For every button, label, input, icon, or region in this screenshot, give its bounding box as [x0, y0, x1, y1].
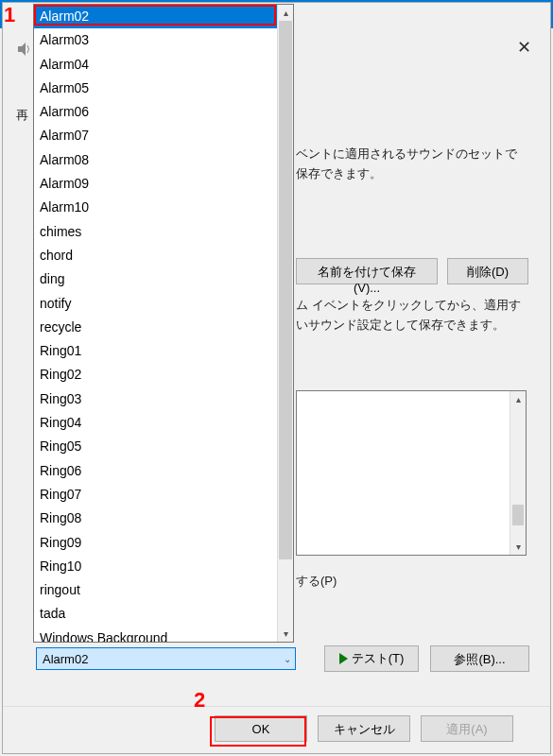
dropdown-item[interactable]: recycle	[34, 316, 277, 339]
dropdown-item[interactable]: Ring04	[34, 411, 277, 435]
delete-button[interactable]: 削除(D)	[447, 258, 528, 284]
apply-button[interactable]: 適用(A)	[421, 715, 513, 742]
dropdown-item[interactable]: Alarm02	[34, 5, 277, 28]
ok-button[interactable]: OK	[215, 715, 307, 742]
dropdown-item[interactable]: notify	[34, 292, 277, 316]
dropdown-item[interactable]: Ring08	[34, 507, 277, 530]
dropdown-item[interactable]: ding	[34, 267, 277, 291]
scroll-up-icon[interactable]: ▴	[278, 5, 293, 21]
listbox-scrollbar[interactable]: ▴ ▾	[510, 391, 526, 555]
dropdown-item[interactable]: Alarm10	[34, 196, 277, 219]
scroll-down-icon[interactable]: ▾	[278, 626, 293, 642]
browse-button[interactable]: 参照(B)...	[430, 645, 529, 672]
scroll-up-icon[interactable]: ▴	[510, 391, 527, 407]
dropdown-item[interactable]: Alarm08	[34, 148, 277, 172]
dropdown-item[interactable]: Windows Background	[34, 627, 277, 642]
checkbox-label-fragment: する(P)	[296, 573, 337, 590]
dropdown-item[interactable]: Alarm05	[34, 77, 277, 100]
save-as-button[interactable]: 名前を付けて保存(V)...	[296, 258, 438, 284]
speaker-icon	[16, 41, 33, 58]
dropdown-item[interactable]: Ring05	[34, 435, 277, 458]
dropdown-item[interactable]: chord	[34, 244, 277, 267]
dropdown-list[interactable]: Alarm02Alarm03Alarm04Alarm05Alarm06Alarm…	[34, 5, 277, 642]
dropdown-item[interactable]: Ring03	[34, 387, 277, 411]
combo-value: Alarm02	[43, 652, 88, 666]
dropdown-item[interactable]: Ring02	[34, 363, 277, 387]
description-text-1: ベントに適用されるサウンドのセットで 保存できます。	[296, 145, 527, 184]
desc-line: いサウンド設定として保存できます。	[296, 318, 505, 332]
test-button[interactable]: テスト(T)	[324, 645, 419, 672]
sound-dropdown[interactable]: Alarm02Alarm03Alarm04Alarm05Alarm06Alarm…	[33, 4, 294, 643]
dropdown-item[interactable]: Ring07	[34, 483, 277, 507]
dropdown-item[interactable]: Alarm09	[34, 172, 277, 196]
dropdown-item[interactable]: ringout	[34, 578, 277, 602]
dropdown-item[interactable]: Ring10	[34, 555, 277, 578]
play-icon	[339, 653, 348, 664]
dialog-button-bar: OK キャンセル 適用(A)	[3, 706, 550, 753]
annotation-label-1: 1	[4, 3, 15, 27]
tab-label-fragment[interactable]: 再	[16, 107, 28, 124]
sound-combobox[interactable]: Alarm02 ⌄	[36, 647, 296, 670]
events-listbox[interactable]: ▴ ▾	[296, 390, 527, 556]
dropdown-scrollbar[interactable]: ▴ ▾	[277, 5, 293, 642]
dropdown-item[interactable]: Alarm04	[34, 53, 277, 77]
cancel-button[interactable]: キャンセル	[318, 715, 410, 742]
annotation-label-2: 2	[194, 688, 205, 713]
dropdown-item[interactable]: Alarm07	[34, 124, 277, 147]
scroll-thumb[interactable]	[512, 505, 524, 525]
dropdown-item[interactable]: Ring06	[34, 459, 277, 483]
desc-line: ム イベントをクリックしてから、適用す	[296, 298, 521, 312]
dropdown-item[interactable]: chimes	[34, 220, 277, 244]
dropdown-item[interactable]: Ring09	[34, 531, 277, 555]
dropdown-item[interactable]: Alarm03	[34, 28, 277, 52]
description-text-2: ム イベントをクリックしてから、適用す いサウンド設定として保存できます。	[296, 296, 527, 335]
desc-line: ベントに適用されるサウンドのセットで	[296, 146, 517, 161]
close-button[interactable]: ✕	[505, 33, 543, 61]
dropdown-item[interactable]: tada	[34, 602, 277, 626]
scroll-down-icon[interactable]: ▾	[510, 539, 527, 555]
chevron-down-icon: ⌄	[284, 654, 291, 664]
dropdown-item[interactable]: Alarm06	[34, 100, 277, 124]
dropdown-item[interactable]: Ring01	[34, 339, 277, 363]
test-label: テスト(T)	[352, 650, 405, 667]
scroll-thumb[interactable]	[279, 21, 292, 559]
desc-line: 保存できます。	[296, 166, 382, 180]
